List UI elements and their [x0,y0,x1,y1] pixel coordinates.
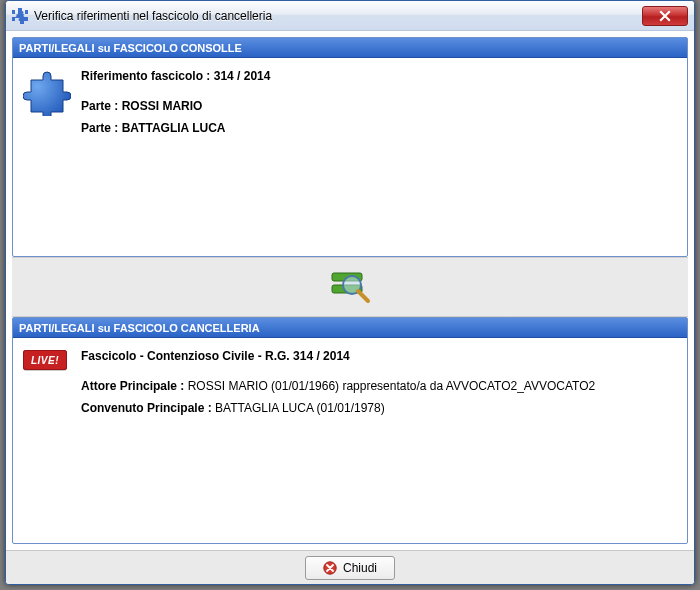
live-badge: LIVE! [23,350,67,370]
window-close-button[interactable] [642,6,688,26]
panel-cancelleria: PARTI/LEGALI su FASCICOLO CANCELLERIA LI… [12,317,688,544]
riferimento-value: 314 / 2014 [214,69,271,83]
footer-bar: Chiudi [6,550,694,584]
consolle-texts: Riferimento fascicolo : 314 / 2014 Parte… [75,68,675,143]
parte1-line: Parte : ROSSI MARIO [81,98,675,114]
fascicolo-line: Fascicolo - Contenzioso Civile - R.G. 31… [81,348,675,364]
window-title: Verifica riferimenti nel fascicolo di ca… [34,9,642,23]
svg-line-3 [358,291,368,301]
splitter-bar[interactable] [12,257,688,317]
attore-value: ROSSI MARIO (01/01/1966) rappresentato/a… [188,379,596,393]
close-button-label: Chiudi [343,561,377,575]
parte2-line: Parte : BATTAGLIA LUCA [81,120,675,136]
close-red-icon [323,561,337,575]
convenuto-label: Convenuto Principale : [81,401,212,415]
convenuto-line: Convenuto Principale : BATTAGLIA LUCA (0… [81,400,675,416]
attore-label: Attore Principale : [81,379,184,393]
riferimento-label: Riferimento fascicolo : [81,69,210,83]
panel-consolle-header: PARTI/LEGALI su FASCICOLO CONSOLLE [13,38,687,58]
live-icon: LIVE! [23,348,75,370]
riferimento-line: Riferimento fascicolo : 314 / 2014 [81,68,675,84]
close-button[interactable]: Chiudi [305,556,395,580]
panel-cancelleria-body: LIVE! Fascicolo - Contenzioso Civile - R… [13,338,687,543]
consolle-row: Riferimento fascicolo : 314 / 2014 Parte… [23,68,675,143]
dialog-window: Verifica riferimenti nel fascicolo di ca… [5,0,695,585]
attore-line: Attore Principale : ROSSI MARIO (01/01/1… [81,378,675,394]
panel-cancelleria-header: PARTI/LEGALI su FASCICOLO CANCELLERIA [13,318,687,338]
parte1-label: Parte : [81,99,118,113]
convenuto-value: BATTAGLIA LUCA (01/01/1978) [215,401,385,415]
cancelleria-row: LIVE! Fascicolo - Contenzioso Civile - R… [23,348,675,423]
panel-consolle-body: Riferimento fascicolo : 314 / 2014 Parte… [13,58,687,256]
client-area: PARTI/LEGALI su FASCICOLO CONSOLLE [6,31,694,550]
parte2-value: BATTAGLIA LUCA [122,121,226,135]
app-icon [12,8,28,24]
parte1-value: ROSSI MARIO [122,99,203,113]
close-icon [659,10,671,22]
parte2-label: Parte : [81,121,118,135]
compare-search-icon [326,267,374,307]
panel-consolle: PARTI/LEGALI su FASCICOLO CONSOLLE [12,37,688,257]
titlebar[interactable]: Verifica riferimenti nel fascicolo di ca… [6,1,694,31]
cancelleria-texts: Fascicolo - Contenzioso Civile - R.G. 31… [75,348,675,423]
puzzle-icon [23,68,75,119]
